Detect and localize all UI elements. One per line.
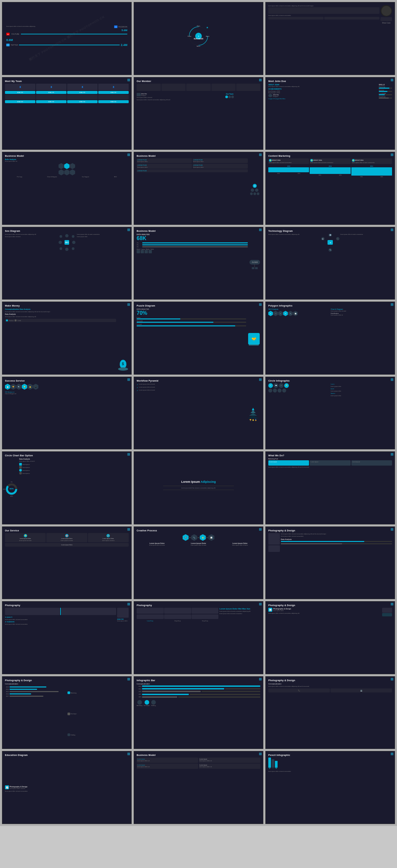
svg-point-1 xyxy=(189,27,208,45)
slide-photo-design-4: Photography & Design Conceptualization l… xyxy=(265,676,395,749)
corner-icon xyxy=(259,228,262,231)
corner-icon xyxy=(127,528,130,531)
slide-social-media: lorem ipsum dolor sit amet consectetur a… xyxy=(2,2,132,75)
slide-business-model-1: Business Model Bulls Analysis lorem ipsu… xyxy=(2,152,132,225)
corner-icon xyxy=(259,753,262,755)
slide-showcase: lorem ipsum dolor sit amet consectetur a… xyxy=(265,2,395,75)
slide-our-service: Our Service 🏆 Lorem Ipsum Dolor lorem ip… xyxy=(2,526,132,599)
slide-polygon-infographic: Polygon Infographic SEO Analysis ★ ✉ ⚙ 👁… xyxy=(265,302,395,375)
corner-icon xyxy=(259,603,262,606)
corner-icon xyxy=(391,153,393,156)
corner-icon xyxy=(127,753,130,755)
corner-icon xyxy=(259,678,262,681)
slide-photo-design-2: Photography & Design 📊 Photography & Des… xyxy=(265,601,395,674)
slide-photography-2: Photography Lean Drop Drop Drop Drop Dro… xyxy=(134,601,263,674)
corner-icon xyxy=(127,228,130,231)
corner-icon xyxy=(391,603,393,606)
corner-icon xyxy=(391,678,393,681)
corner-icon xyxy=(127,303,130,306)
slide-what-we-do: What We Do? Marketing Final Lorem Ipsum … xyxy=(265,452,395,524)
corner-icon xyxy=(127,153,130,156)
slide-business-model-3: Business Model DATA ANALYSIS 68K 1% 2% 3… xyxy=(134,227,263,300)
corner-icon xyxy=(259,528,262,531)
slide-education-diagram: Education Diagram 📈 Photography & Design… xyxy=(2,751,132,824)
slide-workflow-pyramid: Workflow Pyramid ✓ Lorem ipsum dolor sit… xyxy=(134,377,263,450)
corner-icon xyxy=(391,528,393,531)
corner-icon xyxy=(391,378,393,381)
slide-business-model-2: Business Model LOREM IPSUM lorem ipsum d… xyxy=(134,152,263,225)
corner-icon xyxy=(259,378,262,381)
slide-infographic-bar: Infographic Bar Conceptualization 80% 65… xyxy=(134,676,263,749)
slide-photo-design-3: Photography & Design Conceptualization 2… xyxy=(2,676,132,749)
corner-icon xyxy=(127,603,130,606)
slide-success-diagram: ★ Plans Action Define Agree ★ SUCCESS xyxy=(134,2,263,75)
corner-icon xyxy=(259,79,262,81)
slide-pencil-infographic: Pencil Infographic xyxy=(265,751,395,824)
corner-icon xyxy=(391,79,393,81)
slide-seo-diagram: Seo Diagram lorem ipsum dolor sit amet c… xyxy=(2,227,132,300)
slide-technology-diagram: Technology Diagram lorem ipsum dolor sit… xyxy=(265,227,395,300)
corner-icon xyxy=(127,79,130,81)
slide-circle-infographic: Circle Infographic 🔍 📧 ⚙ 💡 xyxy=(265,377,395,450)
corner-icon xyxy=(127,378,130,381)
corner-icon xyxy=(391,453,393,456)
slide-meet-team: Meet My Team 👤 👤 👤 👤 ANALYZE ANALYZE ANA… xyxy=(2,77,132,150)
slide-make-money: Make Money Conceptualization Data Analys… xyxy=(2,302,132,375)
corner-icon xyxy=(391,228,393,231)
slide-creative-process: Creative Process 🚀 🔧 ⭐ 📊 Lorem Ipsum Dol… xyxy=(134,526,263,599)
slide-puzzle-diagram: Puzzle Diagram DATA ANALYSIS 70% Failed … xyxy=(134,302,263,375)
slide-grid: lorem ipsum dolor sit amet consectetur a… xyxy=(0,0,397,826)
slide-content-marketing: Content Marketing 💡 BRIGHT IDEA lorem ip… xyxy=(265,152,395,225)
corner-icon xyxy=(259,153,262,156)
corner-icon xyxy=(127,453,130,456)
slide-photo-design-1: Photography & Design lorem ipsum dolor s… xyxy=(265,526,395,599)
slide-lorem-ipsum: Lorem Ipsum Adipiscing Lorem ipsum dolor… xyxy=(134,452,263,524)
corner-icon xyxy=(391,303,393,306)
slide-our-member: Our Member John Doe Designer xyxy=(134,77,263,150)
corner-icon xyxy=(391,753,393,755)
slide-photography-1: Photography ① QUALITY lorem ipsum dolor … xyxy=(2,601,132,674)
slide-success-service: Success Service 📋 🏆 🔍 💡 ⭐ 📱 SEO Analysis… xyxy=(2,377,132,450)
slide-business-model-4: Business Model Lorem Ipsum lorem ipsum d… xyxy=(134,751,263,824)
corner-icon xyxy=(127,678,130,681)
slide-circle-chart: Circle Chart Bar Option 60% 1% 40% 20% xyxy=(2,452,132,524)
slide-meet-john: Meet John Doe ABOUT JOHN lorem ipsum dol… xyxy=(265,77,395,150)
corner-icon xyxy=(259,303,262,306)
